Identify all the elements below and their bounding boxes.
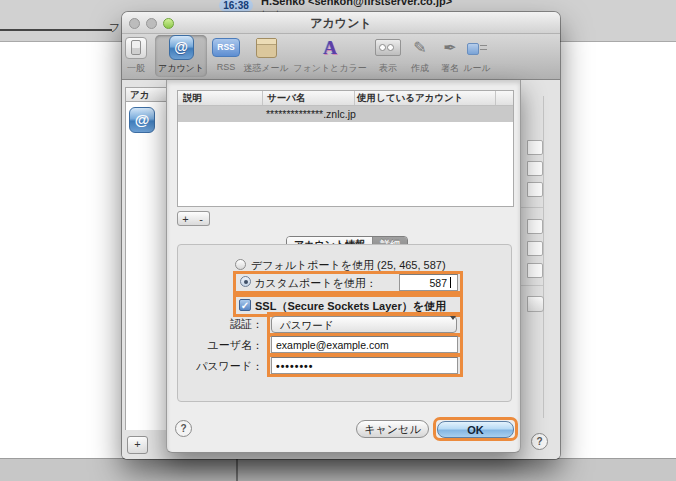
fonts-colors-icon: A <box>323 37 337 59</box>
toolbar: 一般 @ アカウント RSS RSS 迷惑メール A フォントとカラー 表示 <box>122 34 560 80</box>
window-help-button[interactable]: ? <box>531 433 548 450</box>
toolbar-item-label: 迷惑メール <box>243 62 288 75</box>
column-header-accounts-in-use[interactable]: 使用しているアカウント <box>357 92 464 105</box>
sheet-add-server-button[interactable]: + <box>177 211 194 226</box>
window-title: アカウント <box>122 12 560 33</box>
add-account-button[interactable]: + <box>127 436 148 454</box>
custom-port-label: カスタムポートを使用： <box>254 276 377 291</box>
background-field-stub <box>527 219 543 234</box>
ssl-checkbox[interactable]: ✓ <box>239 299 251 311</box>
toolbar-item-general[interactable]: 一般 <box>116 35 156 78</box>
column-header-server-name[interactable]: サーバ名 <box>267 92 305 105</box>
server-table: 説明 サーバ名 使用しているアカウント **************.znlc.… <box>177 90 514 207</box>
column-header-description[interactable]: 説明 <box>183 92 202 105</box>
background-field-stub <box>527 241 543 256</box>
ok-button[interactable]: OK <box>437 421 514 438</box>
sheet-help-button[interactable]: ? <box>175 420 192 437</box>
cancel-button[interactable]: キャンセル <box>356 420 429 438</box>
default-port-radio[interactable] <box>235 259 246 270</box>
rules-icon <box>466 40 488 56</box>
compose-pencil-icon: ✎ <box>413 38 426 58</box>
accounts-list-header: アカ <box>125 87 171 102</box>
viewing-icon <box>375 39 401 56</box>
background-divider <box>521 285 543 286</box>
server-name: **************.znlc.jp <box>266 108 356 120</box>
signature-pen-icon: ✒ <box>443 38 456 58</box>
background-field-stub <box>527 161 543 176</box>
background-field-stub <box>527 140 543 155</box>
background-field-stub <box>527 182 543 197</box>
toolbar-item-label: 作成 <box>411 62 429 75</box>
general-switch-icon <box>125 37 147 59</box>
bottom-pane-divider <box>236 459 238 481</box>
auth-popup[interactable]: パスワード <box>271 316 457 333</box>
auth-label: 認証： <box>167 317 263 332</box>
toolbar-item-label: 表示 <box>379 62 397 75</box>
username-label: ユーザ名： <box>167 338 263 353</box>
junk-bag-icon <box>256 38 277 58</box>
text-caret <box>450 277 451 288</box>
server-row-selected[interactable]: **************.znlc.jp <box>178 106 513 122</box>
toolbar-item-accounts[interactable]: @ アカウント <box>156 35 206 78</box>
clipped-text-fragment: フ <box>109 20 120 35</box>
toolbar-item-fonts-colors[interactable]: A フォントとカラー <box>286 35 374 78</box>
message-sender: H.Senko <senkoh@firstserver.co.jp> <box>261 0 452 7</box>
content-divider-line <box>0 29 112 31</box>
toolbar-item-label: アカウント <box>158 62 204 75</box>
server-table-header: 説明 サーバ名 使用しているアカウント <box>178 91 513 106</box>
column-separator <box>495 91 496 105</box>
bottom-pane-strip <box>0 458 676 481</box>
toolbar-item-label: RSS <box>217 62 236 72</box>
password-label: パスワード： <box>167 359 263 374</box>
background-groupbox-edge <box>543 96 544 418</box>
password-input[interactable] <box>271 357 458 374</box>
custom-port-radio[interactable] <box>240 276 251 287</box>
smtp-server-sheet: 説明 サーバ名 使用しているアカウント **************.znlc.… <box>166 80 521 453</box>
accounts-list <box>125 102 168 430</box>
toolbar-item-label: ルール <box>463 62 490 75</box>
background-popup-stub <box>527 296 544 312</box>
toolbar-item-label: 一般 <box>127 62 145 75</box>
username-input[interactable] <box>271 336 458 353</box>
toolbar-item-rules[interactable]: ルール <box>457 35 497 78</box>
account-row-at-icon[interactable]: @ <box>129 107 155 133</box>
popup-arrows-icon <box>444 320 451 331</box>
column-separator <box>354 91 355 105</box>
auth-popup-value: パスワード <box>280 318 333 333</box>
background-divider <box>521 207 543 208</box>
toolbar-item-label: フォントとカラー <box>293 62 366 75</box>
message-time-badge: 16:38 <box>219 0 253 12</box>
background-field-stub <box>527 263 543 278</box>
ok-highlight-box: OK <box>433 417 518 441</box>
screen: 16:38 H.Senko <senkoh@firstserver.co.jp>… <box>0 0 676 481</box>
sheet-remove-server-button[interactable]: - <box>193 211 210 226</box>
column-separator <box>262 91 263 105</box>
at-icon: @ <box>169 35 194 60</box>
